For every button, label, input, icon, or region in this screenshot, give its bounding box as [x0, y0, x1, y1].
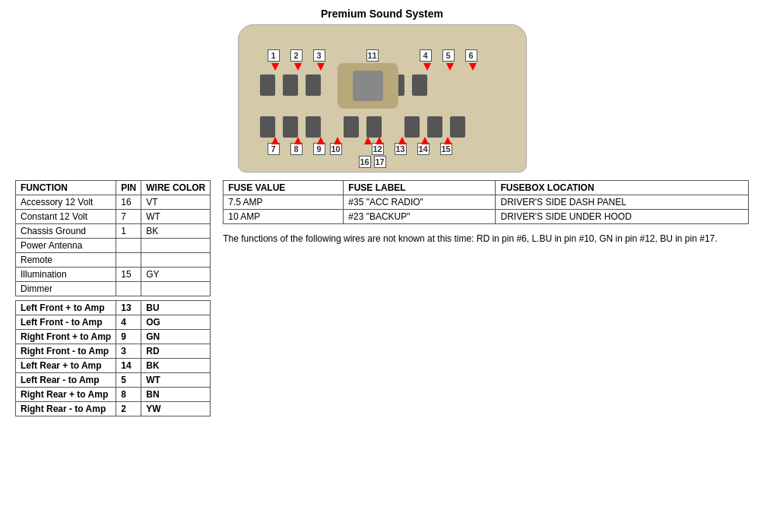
table-row: Dimmer	[16, 282, 211, 296]
socket	[404, 116, 420, 138]
arrow-4	[423, 63, 431, 71]
cell-function: Remote	[16, 253, 116, 268]
socket	[260, 74, 275, 96]
fuse-col-label: FUSE LABEL	[344, 181, 496, 195]
arrow-10	[334, 137, 341, 144]
table-row: Accessory 12 Volt 16 VT	[16, 195, 211, 210]
table-row: Power Antenna	[16, 239, 211, 253]
cell-pin: 3	[116, 344, 141, 359]
arrow-12	[364, 137, 372, 144]
cell-function: Left Front - to Amp	[16, 315, 116, 330]
pin-label-15: 15	[440, 143, 452, 155]
cell-color	[141, 239, 211, 253]
table-row: Right Rear + to Amp 8 BN	[16, 388, 211, 402]
arrow-6	[469, 63, 477, 71]
cell-color: RD	[141, 344, 211, 359]
arrow-2	[294, 63, 302, 71]
gap	[328, 116, 336, 138]
page-title: Premium Sound System	[321, 8, 443, 20]
pin-label-11: 11	[366, 49, 379, 62]
table-row: Left Front - to Amp 4 OG	[16, 315, 211, 330]
cell-color: GY	[141, 268, 211, 282]
wire-table-container: FUNCTION PIN WIRE COLOR Accessory 12 Vol…	[15, 180, 211, 416]
cell-function: Accessory 12 Volt	[16, 195, 116, 210]
cell-pin	[116, 282, 141, 296]
socket	[344, 116, 359, 138]
pin-label-9: 9	[313, 143, 325, 155]
col-color: WIRE COLOR	[141, 181, 211, 195]
cell-color: BU	[141, 301, 211, 315]
fuse-col-location: FUSEBOX LOCATION	[496, 181, 749, 195]
cell-color: BN	[141, 388, 211, 402]
arrow-9	[317, 137, 325, 144]
cell-color: VT	[141, 195, 211, 210]
cell-function: Left Rear + to Amp	[16, 359, 116, 373]
socket	[283, 116, 298, 138]
page: Premium Sound System 1 2 3 11 4 5 6	[0, 0, 764, 532]
pin-label-12: 12	[372, 143, 384, 155]
arrow-7	[271, 137, 279, 144]
cell-color: GN	[141, 330, 211, 344]
gap	[389, 116, 397, 138]
table-row: Remote	[16, 253, 211, 268]
pin-label-6: 6	[465, 49, 477, 62]
cell-function: Left Rear - to Amp	[16, 373, 116, 388]
socket	[283, 74, 298, 96]
socket	[366, 116, 382, 138]
cell-pin: 13	[116, 301, 141, 315]
center-piece	[338, 63, 398, 109]
pin-label-1: 1	[268, 49, 280, 62]
arrow-12b	[376, 137, 383, 144]
pin-label-3: 3	[313, 49, 325, 62]
socket	[306, 116, 321, 138]
table-row: Chassis Ground 1 BK	[16, 224, 211, 239]
cell-function: Dimmer	[16, 282, 116, 296]
pin-label-16: 16	[359, 156, 371, 168]
pin-label-4: 4	[420, 49, 432, 62]
cell-pin	[116, 253, 141, 268]
cell-pin: 7	[116, 210, 141, 224]
arrow-13	[398, 137, 406, 144]
cell-fuse-label: #35 "ACC RADIO"	[344, 195, 496, 210]
table-row: Right Front + to Amp 9 GN	[16, 330, 211, 344]
table-row: 7.5 AMP #35 "ACC RADIO" DRIVER'S SIDE DA…	[223, 195, 749, 210]
right-area: FUSE VALUE FUSE LABEL FUSEBOX LOCATION 7…	[223, 180, 749, 245]
col-pin: PIN	[116, 181, 141, 195]
table-row: Illumination 15 GY	[16, 268, 211, 282]
fuse-table: FUSE VALUE FUSE LABEL FUSEBOX LOCATION 7…	[223, 180, 749, 224]
cell-pin: 16	[116, 195, 141, 210]
socket-row-bottom1	[260, 116, 465, 138]
cell-color	[141, 253, 211, 268]
note-text: The functions of the following wires are…	[223, 232, 749, 245]
cell-pin: 2	[116, 402, 141, 416]
table-row: Constant 12 Volt 7 WT	[16, 210, 211, 224]
cell-function: Illumination	[16, 268, 116, 282]
arrow-15	[444, 137, 452, 144]
cell-function: Left Front + to Amp	[16, 301, 116, 315]
cell-pin: 1	[116, 224, 141, 239]
arrow-1	[271, 63, 279, 71]
table-row: Left Front + to Amp 13 BU	[16, 301, 211, 315]
arrow-8	[294, 137, 302, 144]
cell-function: Right Front - to Amp	[16, 344, 116, 359]
socket	[412, 74, 427, 96]
arrow-5	[446, 63, 454, 71]
socket	[260, 116, 275, 138]
cell-function: Right Front + to Amp	[16, 330, 116, 344]
pin-label-13: 13	[395, 143, 407, 155]
connector-diagram: 1 2 3 11 4 5 6	[238, 24, 527, 173]
tables-area: FUNCTION PIN WIRE COLOR Accessory 12 Vol…	[15, 180, 749, 416]
fuse-col-value: FUSE VALUE	[223, 181, 344, 195]
arrow-14	[421, 137, 429, 144]
cell-function: Constant 12 Volt	[16, 210, 116, 224]
cell-fuse-location: DRIVER'S SIDE DASH PANEL	[496, 195, 749, 210]
cell-pin: 5	[116, 373, 141, 388]
cell-fuse-value: 10 AMP	[223, 210, 344, 224]
cell-function: Power Antenna	[16, 239, 116, 253]
table-row: 10 AMP #23 "BACKUP" DRIVER'S SIDE UNDER …	[223, 210, 749, 224]
center-socket	[353, 71, 383, 101]
pin-label-7: 7	[268, 143, 280, 155]
cell-fuse-label: #23 "BACKUP"	[344, 210, 496, 224]
cell-pin: 4	[116, 315, 141, 330]
pin-label-17: 17	[374, 156, 386, 168]
